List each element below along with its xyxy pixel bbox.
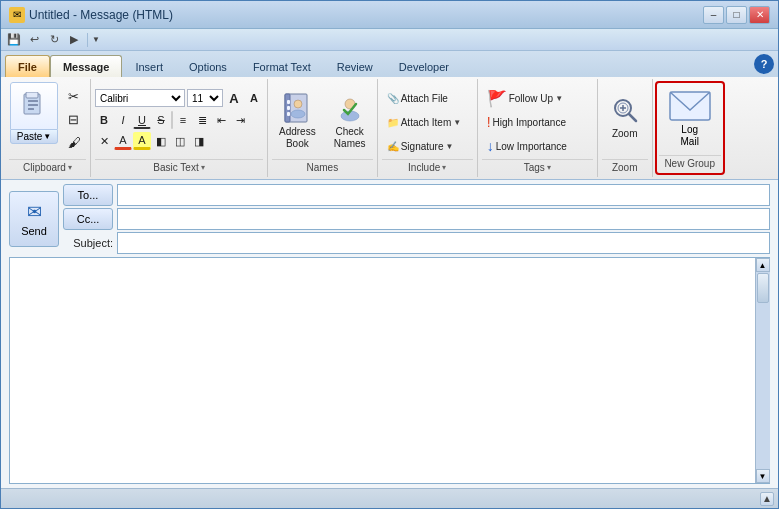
underline-button[interactable]: U: [133, 111, 151, 129]
message-body[interactable]: [10, 258, 755, 483]
send-button[interactable]: ✉ Send: [9, 191, 59, 247]
scroll-down-arrow[interactable]: ▼: [756, 469, 770, 483]
scroll-track[interactable]: [756, 272, 770, 469]
tab-file[interactable]: File: [5, 55, 50, 77]
scroll-thumb[interactable]: [757, 273, 769, 303]
log-mail-label: Log Mail: [681, 124, 699, 148]
zoom-controls: Zoom: [602, 81, 648, 159]
tab-insert[interactable]: Insert: [122, 55, 176, 77]
font-select[interactable]: Calibri: [95, 89, 185, 107]
high-importance-icon: !: [487, 114, 491, 130]
grow-font-button[interactable]: A: [225, 89, 243, 107]
check-names-icon: [334, 92, 366, 124]
font-color-button[interactable]: A: [114, 132, 132, 150]
tags-arrow[interactable]: ▾: [547, 163, 551, 172]
undo-quick-button[interactable]: ↩: [25, 31, 43, 49]
tags-controls: 🚩 Follow Up ▼ ! High Importance ↓ Low Im…: [482, 81, 593, 159]
vertical-scrollbar[interactable]: ▲ ▼: [755, 258, 769, 483]
subject-input[interactable]: [117, 232, 770, 254]
attach-file-button[interactable]: 📎 Attach File: [382, 87, 453, 109]
send-row: ✉ Send To... Cc... Subject:: [9, 184, 770, 254]
ribbon-content: Paste ▼ ✂ ⊟ 🖌: [1, 77, 778, 179]
paste-button[interactable]: Paste ▼: [9, 81, 59, 145]
align-left-button[interactable]: ◧: [152, 132, 170, 150]
status-expand-button[interactable]: ▲: [760, 492, 774, 506]
names-controls: Address Book Chec: [272, 81, 373, 159]
numbers-button[interactable]: ≣: [193, 111, 211, 129]
basic-text-controls: Calibri 11 A A B I U S ≡: [95, 81, 263, 159]
copy-button[interactable]: ⊟: [63, 108, 86, 130]
tab-message[interactable]: Message: [50, 55, 122, 77]
address-book-icon-area: [281, 92, 313, 124]
maximize-button[interactable]: □: [726, 6, 747, 24]
check-names-button[interactable]: Check Names: [327, 85, 373, 157]
svg-rect-7: [287, 100, 290, 104]
new-group-section: Log Mail New Group: [653, 79, 727, 177]
clipboard-arrow[interactable]: ▾: [68, 163, 72, 172]
tab-review[interactable]: Review: [324, 55, 386, 77]
cc-input[interactable]: [117, 208, 770, 230]
bold-button[interactable]: B: [95, 111, 113, 129]
basic-text-arrow[interactable]: ▾: [201, 163, 205, 172]
align-center-button[interactable]: ◫: [171, 132, 189, 150]
paste-label[interactable]: Paste ▼: [10, 130, 58, 144]
save-quick-button[interactable]: 💾: [5, 31, 23, 49]
separator-1: [171, 111, 173, 129]
more-quick-button[interactable]: ▶: [65, 31, 83, 49]
signature-button[interactable]: ✍ Signature ▼: [382, 135, 459, 157]
italic-button[interactable]: I: [114, 111, 132, 129]
high-importance-button[interactable]: ! High Importance: [482, 111, 571, 133]
cc-row: Cc...: [63, 208, 770, 230]
close-button[interactable]: ✕: [749, 6, 770, 24]
scroll-up-arrow[interactable]: ▲: [756, 258, 770, 272]
cut-icon: ✂: [68, 89, 79, 104]
address-book-button[interactable]: Address Book: [272, 85, 323, 157]
qa-dropdown-button[interactable]: ▼: [92, 35, 100, 44]
decrease-indent-button[interactable]: ⇤: [212, 111, 230, 129]
title-bar-left: ✉ Untitled - Message (HTML): [9, 7, 173, 23]
log-mail-button[interactable]: Log Mail: [659, 85, 721, 153]
cut-button[interactable]: ✂: [63, 85, 86, 107]
svg-rect-2: [28, 100, 38, 102]
highlight-button[interactable]: A: [133, 132, 151, 150]
shrink-font-button[interactable]: A: [245, 89, 263, 107]
increase-indent-button[interactable]: ⇥: [231, 111, 249, 129]
log-mail-icon-area: [668, 90, 712, 124]
bullets-button[interactable]: ≡: [174, 111, 192, 129]
strikethrough-button[interactable]: S: [152, 111, 170, 129]
cc-button[interactable]: Cc...: [63, 208, 113, 230]
follow-up-arrow: ▼: [555, 94, 563, 103]
clear-format-button[interactable]: ✕: [95, 132, 113, 150]
align-right-button[interactable]: ◨: [190, 132, 208, 150]
tab-options[interactable]: Options: [176, 55, 240, 77]
zoom-button[interactable]: Zoom: [602, 81, 648, 153]
to-button[interactable]: To...: [63, 184, 113, 206]
svg-rect-9: [287, 112, 290, 116]
follow-up-icon: 🚩: [487, 89, 507, 108]
address-book-label: Address Book: [279, 126, 316, 150]
include-arrow[interactable]: ▾: [442, 163, 446, 172]
svg-rect-4: [28, 108, 34, 110]
send-icon: ✉: [27, 201, 42, 223]
help-button[interactable]: ?: [754, 54, 774, 74]
log-mail-envelope-icon: [668, 90, 712, 124]
tab-developer[interactable]: Developer: [386, 55, 462, 77]
message-body-wrapper: ▲ ▼: [9, 257, 770, 484]
to-input[interactable]: [117, 184, 770, 206]
format-painter-icon: 🖌: [68, 135, 81, 150]
font-row: Calibri 11 A A: [95, 89, 263, 107]
window-title: Untitled - Message (HTML): [29, 8, 173, 22]
low-importance-button[interactable]: ↓ Low Importance: [482, 135, 572, 157]
format-painter-button[interactable]: 🖌: [63, 131, 86, 153]
subject-row: Subject:: [63, 232, 770, 254]
paste-icon: [20, 92, 48, 120]
attach-file-icon: 📎: [387, 93, 399, 104]
tab-format-text[interactable]: Format Text: [240, 55, 324, 77]
follow-up-button[interactable]: 🚩 Follow Up ▼: [482, 87, 568, 109]
redo-quick-button[interactable]: ↻: [45, 31, 63, 49]
attach-item-button[interactable]: 📁 Attach Item ▼: [382, 111, 467, 133]
include-group: 📎 Attach File 📁 Attach Item ▼ ✍ Signatur…: [378, 79, 478, 177]
size-select[interactable]: 11: [187, 89, 223, 107]
app-icon: ✉: [9, 7, 25, 23]
minimize-button[interactable]: –: [703, 6, 724, 24]
